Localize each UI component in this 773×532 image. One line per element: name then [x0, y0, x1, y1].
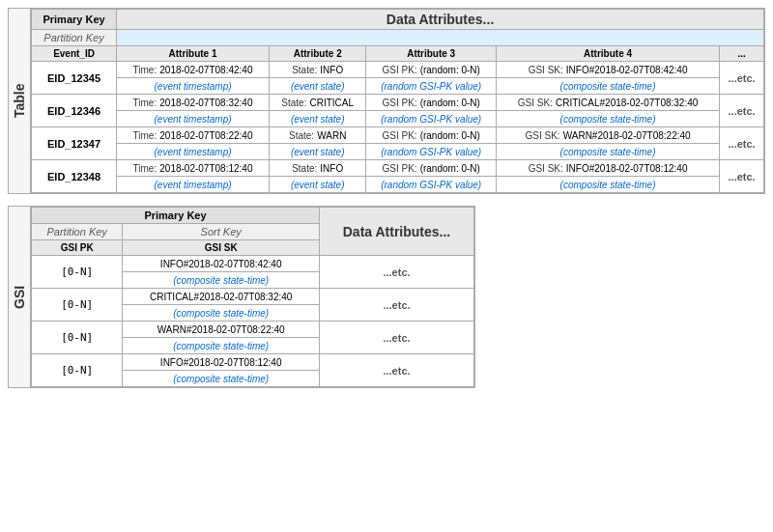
attr4-desc-cell: (composite state-time): [496, 111, 719, 127]
attr2-desc-cell: (event state): [269, 144, 365, 160]
gsi-sk-value-cell: INFO#2018-02-07T08:42:40: [123, 256, 320, 272]
row-ellipsis: ...etc.: [720, 127, 764, 160]
attr1-cell: Time: 2018-02-07T08:32:40: [117, 95, 270, 111]
table-row: EID_12348 Time: 2018-02-07T08:12:40 Stat…: [32, 160, 764, 177]
gsi-ellipsis: ...etc.: [320, 354, 474, 387]
event-id-cell: EID_12345: [32, 62, 117, 95]
attr4-cell: GSI SK: INFO#2018-02-07T08:12:40: [496, 160, 719, 177]
table-row: EID_12346 Time: 2018-02-07T08:32:40 Stat…: [32, 95, 764, 111]
attr3-cell: GSI PK: (random: 0-N): [366, 62, 497, 78]
gsi-ellipsis: ...etc.: [320, 256, 474, 289]
gsi-ellipsis: ...etc.: [320, 289, 474, 322]
data-attrs-header: Data Attributes...: [117, 10, 764, 30]
event-id-cell: EID_12346: [32, 95, 117, 127]
attr1-desc-cell: (event timestamp): [117, 177, 270, 193]
attr1-desc-cell: (event timestamp): [117, 78, 270, 95]
gsi-data-attrs-header: Data Attributes...: [320, 208, 474, 256]
attr3-desc-cell: (random GSI-PK value): [366, 177, 497, 193]
gsi-partition-key-label: Partition Key: [32, 224, 123, 240]
gsi-sk-desc-cell: (composite state-time): [123, 371, 320, 387]
table-side-label: Table: [8, 8, 31, 194]
gsi-section: GSI Primary Key Data Attributes... Parti…: [8, 206, 765, 388]
gsi-pk-col-header: GSI PK: [32, 240, 123, 256]
table-row-desc: (event timestamp) (event state) (random …: [32, 111, 764, 127]
ellipsis-header: ...: [720, 46, 764, 62]
gsi-primary-key-label: Primary Key: [32, 208, 320, 224]
gsi-row: [0-N] WARN#2018-02-07T08:22:40 ...etc.: [32, 322, 474, 338]
table-container: Primary Key Data Attributes... Partition…: [31, 8, 765, 194]
attr4-header: Attribute 4: [496, 46, 719, 62]
attr3-cell: GSI PK: (random: 0-N): [366, 127, 497, 144]
gsi-sk-desc-cell: (composite state-time): [123, 338, 320, 354]
attr3-cell: GSI PK: (random: 0-N): [366, 160, 497, 177]
gsi-sk-value-cell: CRITICAL#2018-02-07T08:32:40: [123, 289, 320, 305]
attr3-header: Attribute 3: [366, 46, 497, 62]
gsi-sk-desc-cell: (composite state-time): [123, 272, 320, 289]
row-ellipsis: ...etc.: [720, 62, 764, 95]
event-id-cell: EID_12347: [32, 127, 117, 160]
gsi-sk-value-cell: WARN#2018-02-07T08:22:40: [123, 322, 320, 338]
gsi-sort-key-label: Sort Key: [123, 224, 320, 240]
event-id-col-header: Event_ID: [32, 46, 117, 62]
attr4-cell: GSI SK: WARN#2018-02-07T08:22:40: [496, 127, 719, 144]
gsi-row: [0-N] CRITICAL#2018-02-07T08:32:40 ...et…: [32, 289, 474, 305]
gsi-pk-cell: [0-N]: [32, 256, 123, 289]
gsi-table: Primary Key Data Attributes... Partition…: [31, 207, 474, 387]
row-ellipsis: ...etc.: [720, 160, 764, 193]
gsi-pk-cell: [0-N]: [32, 289, 123, 322]
gsi-pk-cell: [0-N]: [32, 354, 123, 387]
attr2-desc-cell: (event state): [269, 111, 365, 127]
table-row-desc: (event timestamp) (event state) (random …: [32, 177, 764, 193]
attr4-desc-cell: (composite state-time): [496, 144, 719, 160]
attr1-header: Attribute 1: [117, 46, 270, 62]
attr1-desc-cell: (event timestamp): [117, 144, 270, 160]
attr2-cell: State: CRITICAL: [269, 95, 365, 111]
attr3-desc-cell: (random GSI-PK value): [366, 144, 497, 160]
gsi-pk-cell: [0-N]: [32, 322, 123, 354]
gsi-sk-value-cell: INFO#2018-02-07T08:12:40: [123, 354, 320, 371]
partition-key-row: Partition Key: [32, 30, 764, 46]
attr3-desc-cell: (random GSI-PK value): [366, 111, 497, 127]
row-ellipsis: ...etc.: [720, 95, 764, 127]
attr1-desc-cell: (event timestamp): [117, 111, 270, 127]
attr2-header: Attribute 2: [269, 46, 365, 62]
attr4-desc-cell: (composite state-time): [496, 177, 719, 193]
event-id-cell: EID_12348: [32, 160, 117, 193]
table-row-desc: (event timestamp) (event state) (random …: [32, 144, 764, 160]
attr1-cell: Time: 2018-02-07T08:42:40: [117, 62, 270, 78]
partition-key-spacer: [117, 30, 764, 46]
gsi-row: [0-N] INFO#2018-02-07T08:42:40 ...etc.: [32, 256, 474, 272]
gsi-sk-col-header: GSI SK: [123, 240, 320, 256]
table-body: EID_12345 Time: 2018-02-07T08:42:40 Stat…: [32, 62, 764, 193]
attr4-cell: GSI SK: CRITICAL#2018-02-07T08:32:40: [496, 95, 719, 111]
table-row: EID_12345 Time: 2018-02-07T08:42:40 Stat…: [32, 62, 764, 78]
attr3-desc-cell: (random GSI-PK value): [366, 78, 497, 95]
table-section: Table Primary Key Data Attributes... Par…: [8, 8, 765, 194]
table-row-desc: (event timestamp) (event state) (random …: [32, 78, 764, 95]
gsi-primary-key-row: Primary Key Data Attributes...: [32, 208, 474, 224]
attr3-cell: GSI PK: (random: 0-N): [366, 95, 497, 111]
attr2-cell: State: INFO: [269, 62, 365, 78]
attr2-desc-cell: (event state): [269, 78, 365, 95]
main-table: Primary Key Data Attributes... Partition…: [31, 9, 764, 193]
gsi-body: [0-N] INFO#2018-02-07T08:42:40 ...etc. (…: [32, 256, 474, 387]
attr4-desc-cell: (composite state-time): [496, 78, 719, 95]
partition-key-label: Partition Key: [32, 30, 117, 46]
attr1-cell: Time: 2018-02-07T08:12:40: [117, 160, 270, 177]
attr1-cell: Time: 2018-02-07T08:22:40: [117, 127, 270, 144]
primary-key-label: Primary Key: [32, 10, 117, 30]
gsi-ellipsis: ...etc.: [320, 322, 474, 354]
primary-key-header-row: Primary Key Data Attributes...: [32, 10, 764, 30]
table-row: EID_12347 Time: 2018-02-07T08:22:40 Stat…: [32, 127, 764, 144]
attr2-cell: State: INFO: [269, 160, 365, 177]
gsi-table-container: Primary Key Data Attributes... Partition…: [31, 206, 475, 388]
attr2-desc-cell: (event state): [269, 177, 365, 193]
attr2-cell: State: WARN: [269, 127, 365, 144]
column-headers-row: Event_ID Attribute 1 Attribute 2 Attribu…: [32, 46, 764, 62]
attr4-cell: GSI SK: INFO#2018-02-07T08:42:40: [496, 62, 719, 78]
gsi-row: [0-N] INFO#2018-02-07T08:12:40 ...etc.: [32, 354, 474, 371]
gsi-side-label: GSI: [8, 206, 31, 388]
gsi-sk-desc-cell: (composite state-time): [123, 305, 320, 322]
